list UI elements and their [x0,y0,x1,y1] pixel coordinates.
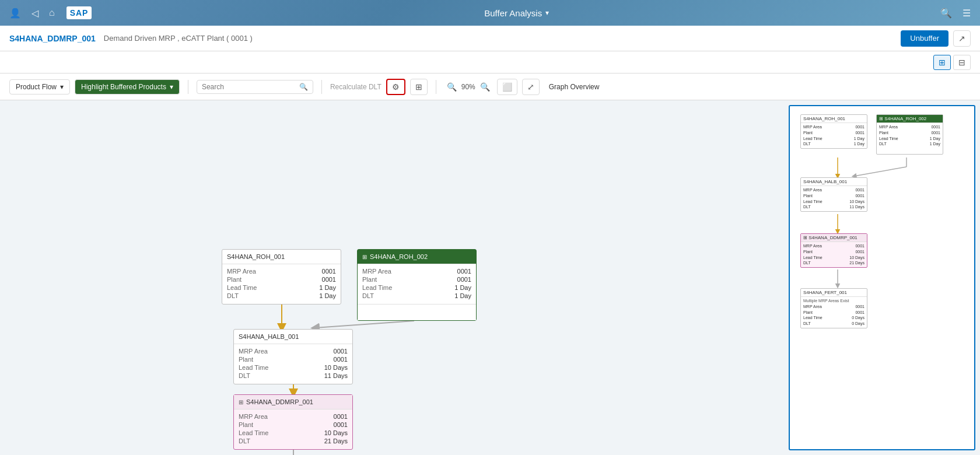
search-box[interactable]: 🔍 [197,80,313,94]
node-row: MRP Area 0001 [362,268,471,275]
node-halb-001[interactable]: S4HANA_HALB_001 MRP Area 0001 Plant 0001… [233,329,353,384]
toolbar-divider-1 [188,80,188,94]
system-bar: S4HANA_DDMRP_001 Demand Driven MRP , eCA… [0,26,980,51]
user-icon[interactable]: 👤 [7,5,23,21]
sap-logo: SAP [66,6,92,19]
mini-node-roh-002: ⊞ S4HANA_ROH_002 MRP Area0001 Plant0001 … [876,114,943,155]
mini-arrows [790,106,974,449]
node-row: Plant 0001 [362,276,471,283]
fit-screen-button[interactable]: ⬜ [497,79,517,95]
node-row: Lead Time 10 Days [239,364,348,371]
node-ddmrp-001-body: MRP Area 0001 Plant 0001 Lead Time 10 Da… [234,410,352,449]
product-flow-dropdown[interactable]: Product Flow ▾ [9,79,70,94]
node-row: MRP Area 0001 [227,268,336,275]
search-icon[interactable]: 🔍 [938,5,954,21]
external-link-icon[interactable]: ↗ [953,30,971,47]
table-layout-button[interactable]: ⊞ [410,79,428,95]
graph-overview-label: Graph Overview [549,83,600,91]
node-row: Lead Time 1 Day [227,284,336,291]
settings-gear-button[interactable]: ⚙ [386,79,405,95]
fullscreen-button[interactable]: ⤢ [522,79,540,95]
node-roh-001-body: MRP Area 0001 Plant 0001 Lead Time 1 Day… [222,264,341,304]
home-icon[interactable]: ⌂ [47,5,57,20]
main-content: S4HANA_ROH_001 MRP Area 0001 Plant 0001 … [0,100,980,455]
node-halb-001-header: S4HANA_HALB_001 [234,330,352,344]
back-icon[interactable]: ◁ [29,5,41,21]
zoom-in-button[interactable]: 🔍 [444,81,459,93]
graph-overview-panel: S4HANA_ROH_001 MRP Area0001 Plant0001 Le… [789,105,975,450]
node-row: DLT 21 Days [239,438,348,444]
highlight-buffered-dropdown[interactable]: Highlight Buffered Products ▾ [75,79,180,94]
node-row: Plant 0001 [227,276,336,283]
diagram-view-button[interactable]: ⊟ [953,55,971,70]
view-toggle-bar: ⊞ ⊟ [0,51,980,74]
node-row: Lead Time 1 Day [362,284,471,291]
node-row: MRP Area 0001 [239,348,348,355]
zoom-out-button[interactable]: 🔍 [478,81,492,93]
node-row: DLT 11 Days [239,372,348,379]
recalculate-dlt-button[interactable]: Recalculate DLT [330,83,382,91]
node-row: Lead Time 10 Days [239,429,348,436]
mini-canvas: S4HANA_ROH_001 MRP Area0001 Plant0001 Le… [790,106,974,449]
node-halb-001-body: MRP Area 0001 Plant 0001 Lead Time 10 Da… [234,344,352,384]
node-ddmrp-001-header: ⊞ S4HANA_DDMRP_001 [234,395,352,410]
node-roh-002[interactable]: ⊞ S4HANA_ROH_002 MRP Area 0001 Plant 000… [357,249,477,321]
node-row: DLT 1 Day [227,292,336,299]
page-title: Buffer Analysis ▾ [101,8,932,18]
top-navigation: 👤 ◁ ⌂ SAP Buffer Analysis ▾ 🔍 ☰ [0,0,980,26]
toolbar: Product Flow ▾ Highlight Buffered Produc… [0,74,980,100]
svg-line-2 [315,321,414,328]
system-bar-actions: Unbuffer ↗ [901,30,971,47]
nav-right-icons: 🔍 ☰ [938,5,973,21]
system-description: Demand Driven MRP , eCATT Plant ( 0001 ) [104,34,253,43]
zoom-level: 90% [461,83,475,91]
menu-icon[interactable]: ☰ [960,5,973,21]
node-roh-002-body: MRP Area 0001 Plant 0001 Lead Time 1 Day… [358,264,476,304]
mini-node-ddmrp-001: ⊞ S4HANA_DDMRP_001 MRP Area0001 Plant000… [800,233,867,268]
node-roh-001[interactable]: S4HANA_ROH_001 MRP Area 0001 Plant 0001 … [222,249,341,304]
mini-node-halb-001: S4HANA_HALB_001 MRP Area0001 Plant0001 L… [800,177,867,212]
toolbar-divider-2 [321,80,322,94]
node-row: MRP Area 0001 [239,413,348,420]
node-row: DLT 1 Day [362,292,471,299]
node-roh-002-header: ⊞ S4HANA_ROH_002 [358,250,476,264]
node-roh-001-header: S4HANA_ROH_001 [222,250,341,264]
node-ddmrp-001[interactable]: ⊞ S4HANA_DDMRP_001 MRP Area 0001 Plant 0… [233,394,353,450]
node-row: Plant 0001 [239,356,348,363]
unbuffer-button[interactable]: Unbuffer [901,30,949,47]
mini-node-fert-001: S4HANA_FERT_001 Multiple MRP Areas Exist… [800,288,867,328]
search-icon: 🔍 [299,83,308,91]
system-id: S4HANA_DDMRP_001 [9,34,96,43]
mini-node-roh-001: S4HANA_ROH_001 MRP Area0001 Plant0001 Le… [800,114,867,149]
grid-view-button[interactable]: ⊞ [933,55,951,70]
zoom-control: 🔍 90% 🔍 [444,81,492,93]
node-row: Plant 0001 [239,421,348,428]
svg-line-7 [854,167,907,176]
flow-canvas[interactable]: S4HANA_ROH_001 MRP Area 0001 Plant 0001 … [0,100,789,455]
search-input[interactable] [202,83,296,91]
toolbar-divider-3 [436,80,436,94]
